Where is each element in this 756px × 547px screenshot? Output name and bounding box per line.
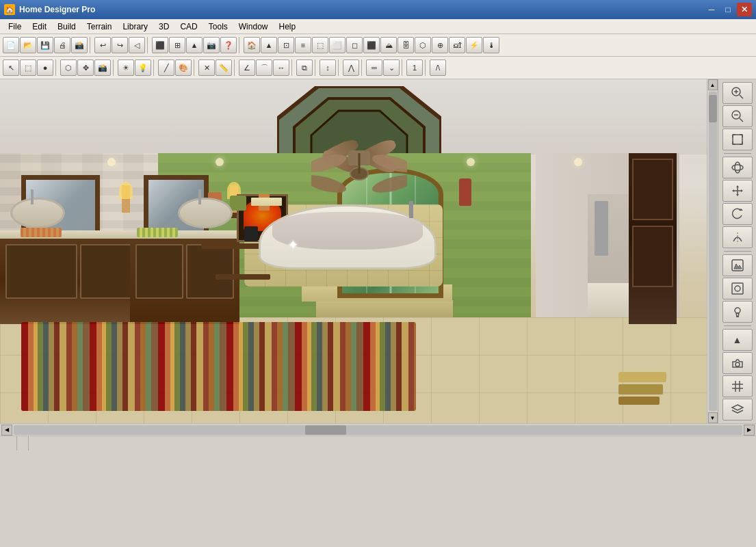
- new-button[interactable]: 📄: [3, 37, 19, 53]
- menu-3d[interactable]: 3D: [153, 21, 174, 33]
- scroll-right-arrow[interactable]: ▶: [744, 425, 755, 436]
- copy-tool[interactable]: ⧉: [296, 59, 313, 76]
- elevation-tool[interactable]: ↕: [320, 59, 336, 76]
- roof-tool2[interactable]: ⋀: [343, 59, 359, 76]
- menu-build[interactable]: Build: [52, 21, 81, 33]
- dim-h-tool[interactable]: ↔: [273, 59, 289, 76]
- furnish-button[interactable]: 🛋: [449, 37, 465, 53]
- zoom-in-sidebar-btn[interactable]: [722, 82, 753, 104]
- level-tool[interactable]: ═: [366, 59, 382, 76]
- svg-point-7: [370, 172, 406, 194]
- render-btn-sidebar[interactable]: [722, 254, 753, 276]
- fixture-button[interactable]: ⊕: [432, 37, 448, 53]
- angle2-tool[interactable]: /\: [430, 59, 446, 76]
- spin-tool-btn[interactable]: [722, 203, 753, 225]
- light-tool[interactable]: 💡: [135, 59, 151, 76]
- help-button[interactable]: ❓: [220, 37, 237, 53]
- minimize-button[interactable]: ─: [704, 3, 719, 16]
- scroll-track-v[interactable]: [709, 92, 717, 411]
- fit-window-btn[interactable]: [722, 129, 753, 150]
- zoom-out-sidebar-btn[interactable]: [722, 105, 753, 127]
- window-button[interactable]: ⬜: [329, 37, 346, 53]
- cross-tool[interactable]: ✕: [198, 59, 215, 76]
- open-button[interactable]: 📂: [20, 37, 36, 53]
- faucet-right: [198, 189, 201, 204]
- separator-14: [425, 59, 428, 76]
- menu-file[interactable]: File: [3, 21, 27, 33]
- settings-sidebar-btn[interactable]: [722, 278, 753, 299]
- close-button[interactable]: ✕: [737, 3, 752, 16]
- camera-roll-btn[interactable]: [722, 352, 753, 374]
- roof-button[interactable]: ▲: [261, 37, 277, 53]
- scroll-down-arrow[interactable]: ▼: [708, 412, 718, 423]
- terrain-button[interactable]: ⛰: [380, 37, 397, 53]
- menu-edit[interactable]: Edit: [27, 21, 52, 33]
- bathtub-faucet: [409, 201, 413, 218]
- view3-button[interactable]: ▲: [186, 37, 203, 53]
- grid-sidebar-btn[interactable]: [722, 375, 753, 397]
- bathtub-towels: [251, 198, 282, 206]
- number-tool[interactable]: 1: [406, 59, 423, 76]
- select-tool[interactable]: ↖: [3, 59, 19, 76]
- house-button[interactable]: 🏠: [244, 37, 260, 53]
- electric-button[interactable]: ⚡: [466, 37, 482, 53]
- scroll-up-arrow[interactable]: ▲: [708, 79, 718, 90]
- scroll-track-h[interactable]: [14, 425, 742, 435]
- menu-window[interactable]: Window: [233, 21, 274, 33]
- color-tool[interactable]: 🎨: [175, 59, 192, 76]
- arc-tool[interactable]: ⌒: [256, 59, 272, 76]
- menu-tools[interactable]: Tools: [203, 21, 233, 33]
- component-btn[interactable]: ⬡: [60, 59, 77, 76]
- tilt-tool-btn[interactable]: [722, 226, 753, 248]
- angle-tool[interactable]: ∠: [239, 59, 255, 76]
- orbit-tool-btn[interactable]: [722, 157, 753, 178]
- separator-3: [239, 37, 242, 53]
- scroll-left-arrow[interactable]: ◀: [1, 425, 12, 436]
- capture-button[interactable]: 📸: [71, 37, 88, 53]
- room-button[interactable]: ◻: [346, 37, 363, 53]
- draw-line-tool[interactable]: ╱: [158, 59, 174, 76]
- door-button[interactable]: ⬚: [312, 37, 328, 53]
- maximize-button[interactable]: □: [720, 3, 735, 16]
- stair-button[interactable]: ≡: [295, 37, 311, 53]
- camera-tool[interactable]: 📸: [94, 59, 111, 76]
- pan-tool-btn[interactable]: [722, 180, 753, 202]
- measure-tool[interactable]: 📏: [216, 59, 232, 76]
- cabinet-button[interactable]: 🗄: [397, 37, 414, 53]
- menu-help[interactable]: Help: [273, 21, 301, 33]
- svg-point-27: [735, 162, 740, 173]
- back-button[interactable]: ◁: [129, 37, 145, 53]
- layers-btn[interactable]: [722, 399, 753, 421]
- sun-tool[interactable]: ☀: [118, 59, 134, 76]
- 3d-viewport[interactable]: ✦: [0, 79, 718, 423]
- print-button[interactable]: 🖨: [54, 37, 70, 53]
- title-bar: 🏠 Home Designer Pro ─ □ ✕: [0, 0, 756, 19]
- plan-view-button[interactable]: ⬛: [152, 37, 168, 53]
- menu-terrain[interactable]: Terrain: [81, 21, 118, 33]
- move-up-btn[interactable]: ▲: [722, 329, 753, 351]
- towel-left: [21, 228, 62, 237]
- scrollbar-vertical[interactable]: ▲ ▼: [707, 79, 718, 423]
- svg-rect-34: [732, 260, 743, 271]
- down-tool[interactable]: ⌄: [383, 59, 400, 76]
- view2-button[interactable]: ⊞: [169, 37, 185, 53]
- wall-button[interactable]: ⊡: [278, 37, 294, 53]
- deck-button[interactable]: ⬛: [363, 37, 380, 53]
- point-btn[interactable]: ●: [37, 59, 53, 76]
- select-area-tool[interactable]: ⬚: [20, 59, 36, 76]
- redo-button[interactable]: ↪: [112, 37, 128, 53]
- appliance-button[interactable]: ⬡: [415, 37, 431, 53]
- svg-marker-28: [736, 185, 739, 187]
- menu-library[interactable]: Library: [117, 21, 153, 33]
- light-sidebar-btn[interactable]: [722, 301, 753, 323]
- scrollbar-horizontal[interactable]: ◀ ▶: [0, 423, 756, 436]
- move-tool[interactable]: ✥: [77, 59, 94, 76]
- separator-6: [153, 59, 156, 76]
- view4-button[interactable]: 📷: [203, 37, 220, 53]
- undo-button[interactable]: ↩: [94, 37, 111, 53]
- hvac-button[interactable]: 🌡: [483, 37, 499, 53]
- menu-cad[interactable]: CAD: [174, 21, 203, 33]
- svg-line-15: [740, 118, 743, 122]
- save-button[interactable]: 💾: [37, 37, 53, 53]
- scroll-thumb-h: [305, 425, 346, 435]
